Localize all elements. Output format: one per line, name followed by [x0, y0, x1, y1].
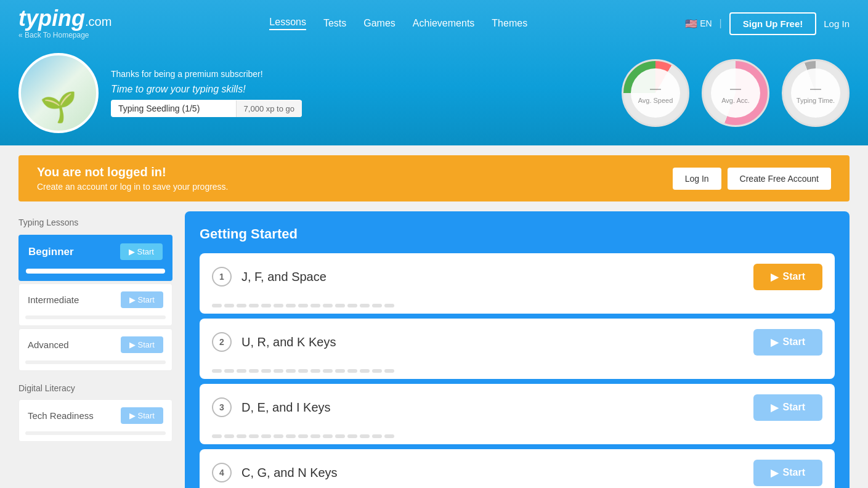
- lesson-2-row: 2 U, R, and K Keys ▶ Start: [200, 319, 835, 365]
- lesson-3-name: D, E, and I Keys: [241, 401, 753, 415]
- tech-readiness-start-button[interactable]: ▶ Start: [121, 407, 163, 424]
- progress-dot: [372, 304, 382, 307]
- lesson-2: 2 U, R, and K Keys ▶ Start: [200, 319, 835, 379]
- stat-speed-inner: — Avg. Speed: [631, 68, 680, 118]
- sidebar-item-tech-readiness[interactable]: Tech Readiness ▶ Start: [18, 399, 172, 442]
- sidebar-item-beginner[interactable]: Beginner ▶ Start: [18, 235, 172, 281]
- banner-login-button[interactable]: Log In: [673, 168, 721, 190]
- progress-dot: [286, 304, 296, 307]
- logo-typing: typing: [18, 6, 85, 31]
- login-button[interactable]: Log In: [824, 18, 850, 29]
- lesson-1: 1 J, F, and Space ▶ Start: [200, 253, 835, 314]
- lesson-2-name: U, R, and K Keys: [241, 335, 753, 349]
- lesson-3-number: 3: [212, 397, 232, 417]
- tech-readiness-header: Tech Readiness ▶ Start: [19, 400, 172, 431]
- progress-dot: [347, 304, 357, 307]
- lesson-4-start-button[interactable]: ▶ Start: [753, 460, 822, 486]
- progress-dot: [274, 304, 283, 307]
- progress-dot: [323, 434, 333, 438]
- lesson-1-start-button[interactable]: ▶ Start: [753, 264, 822, 290]
- lesson-1-name: J, F, and Space: [241, 270, 753, 284]
- lesson-2-progress-dots: [200, 365, 835, 379]
- banner-create-account-button[interactable]: Create Free Account: [728, 168, 831, 190]
- progress-dot: [224, 434, 234, 438]
- language-selector[interactable]: 🇺🇸 EN: [685, 18, 712, 30]
- progress-dot: [261, 434, 271, 438]
- intermediate-start-label: Start: [138, 295, 155, 304]
- advanced-start-label: Start: [138, 340, 155, 349]
- beginner-progress-container: [26, 269, 165, 274]
- lesson-4-name: C, G, and N Keys: [241, 466, 753, 480]
- sidebar-item-intermediate[interactable]: Intermediate ▶ Start: [18, 283, 172, 326]
- banner-subtitle: Create an account or log in to save your…: [37, 182, 229, 192]
- play-icon: ▶: [771, 402, 778, 413]
- level-name: Typing Seedling (1/5): [111, 100, 236, 117]
- progress-dot: [360, 434, 370, 438]
- play-icon: ▶: [129, 340, 136, 349]
- progress-dot: [274, 434, 283, 438]
- lesson-4: 4 C, G, and N Keys ▶ Start: [200, 449, 835, 488]
- progress-dot: [335, 304, 345, 307]
- stat-acc-label: Avg. Acc.: [721, 97, 750, 104]
- signup-button[interactable]: Sign Up Free!: [729, 12, 817, 35]
- banner-title: You are not logged in!: [37, 165, 229, 179]
- progress-dot: [298, 304, 308, 307]
- progress-dot: [347, 434, 357, 438]
- progress-dot: [261, 304, 271, 307]
- tech-readiness-label: Tech Readiness: [28, 410, 94, 421]
- beginner-start-button[interactable]: ▶ Start: [120, 243, 163, 260]
- stat-acc-value: —: [730, 83, 741, 96]
- nav-right: 🇺🇸 EN | Sign Up Free! Log In: [685, 12, 850, 35]
- profile-info: Thanks for being a premium subscriber! T…: [111, 69, 597, 117]
- back-to-homepage-link[interactable]: « Back To Homepage: [18, 31, 112, 39]
- intermediate-label: Intermediate: [28, 295, 79, 305]
- advanced-start-button[interactable]: ▶ Start: [121, 336, 163, 353]
- progress-dot: [261, 369, 271, 373]
- stats-area: — Avg. Speed — Avg. Acc. — Typing Time.: [622, 59, 850, 127]
- stat-time-circle: — Typing Time.: [782, 59, 850, 127]
- advanced-header: Advanced ▶ Start: [19, 329, 172, 360]
- stat-time-label: Typing Time.: [797, 97, 835, 104]
- progress-dot: [360, 304, 370, 307]
- progress-dot: [298, 434, 308, 438]
- progress-dot: [237, 434, 246, 438]
- progress-dot: [298, 369, 308, 373]
- nav-themes[interactable]: Themes: [492, 18, 527, 29]
- progress-dot: [310, 434, 320, 438]
- sidebar-typing-lessons-title: Typing Lessons: [18, 211, 172, 235]
- lesson-1-start-label: Start: [783, 271, 805, 282]
- level-badge: Typing Seedling (1/5) 7,000 xp to go: [111, 100, 302, 117]
- play-icon: ▶: [129, 247, 135, 256]
- nav-achievements[interactable]: Achievements: [413, 18, 475, 29]
- nav-tests[interactable]: Tests: [323, 18, 346, 29]
- progress-dot: [384, 304, 394, 307]
- nav-lessons[interactable]: Lessons: [269, 17, 306, 30]
- stat-speed-circle: — Avg. Speed: [622, 59, 689, 127]
- progress-dot: [372, 434, 382, 438]
- nav-games[interactable]: Games: [363, 18, 395, 29]
- lesson-2-start-label: Start: [783, 336, 805, 348]
- progress-dot: [224, 369, 234, 373]
- lesson-3: 3 D, E, and I Keys ▶ Start: [200, 384, 835, 444]
- logo-dotcom: .com: [85, 15, 112, 28]
- progress-dot: [274, 369, 283, 373]
- lesson-3-start-button[interactable]: ▶ Start: [753, 394, 822, 421]
- banner-buttons: Log In Create Free Account: [673, 168, 831, 190]
- sidebar-item-advanced[interactable]: Advanced ▶ Start: [18, 328, 172, 371]
- lesson-3-row: 3 D, E, and I Keys ▶ Start: [200, 384, 835, 431]
- lesson-3-start-label: Start: [783, 402, 805, 413]
- level-xp: 7,000 xp to go: [236, 100, 302, 117]
- lessons-panel-title: Getting Started: [200, 226, 835, 242]
- play-icon: ▶: [771, 467, 778, 479]
- lesson-4-row: 4 C, G, and N Keys ▶ Start: [200, 449, 835, 488]
- play-icon: ▶: [771, 271, 778, 283]
- nav-divider: |: [720, 18, 722, 29]
- avatar-plant-icon: 🌱: [40, 90, 77, 124]
- progress-dot: [237, 304, 246, 307]
- progress-dot: [323, 304, 333, 307]
- banner-text: You are not logged in! Create an account…: [37, 165, 229, 192]
- progress-dot: [224, 304, 234, 307]
- lesson-1-row: 1 J, F, and Space ▶ Start: [200, 253, 835, 300]
- lesson-2-start-button[interactable]: ▶ Start: [753, 329, 822, 356]
- intermediate-start-button[interactable]: ▶ Start: [121, 291, 163, 308]
